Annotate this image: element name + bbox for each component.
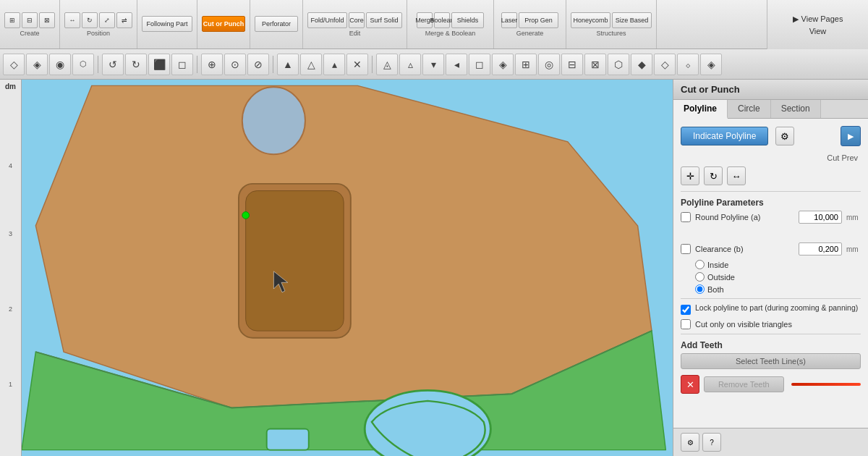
- icon-tool-13[interactable]: △: [300, 54, 322, 75]
- both-label: Both: [707, 285, 724, 294]
- round-polyline-input[interactable]: [799, 211, 842, 224]
- remove-teeth-button[interactable]: Remove Teeth: [704, 376, 784, 392]
- structures-group-label: Structures: [596, 30, 626, 37]
- outside-radio[interactable]: [695, 272, 705, 282]
- icon-tool-26[interactable]: ⬡: [608, 54, 629, 75]
- icon-tool-5[interactable]: ↺: [102, 54, 124, 75]
- cut-visible-checkbox[interactable]: [681, 319, 691, 329]
- icon-tool-19[interactable]: ◂: [446, 54, 467, 75]
- divider-1: [681, 191, 861, 192]
- shields-to-parts-button[interactable]: Shields: [451, 12, 484, 28]
- clearance-input[interactable]: [799, 242, 842, 256]
- boolean-button[interactable]: Boolean: [434, 12, 450, 28]
- icon-tool-18[interactable]: ▾: [422, 54, 444, 75]
- icon-tool-14[interactable]: ▴: [323, 54, 345, 75]
- view-pages-button[interactable]: ▶ View Pages: [793, 14, 843, 24]
- indicate-polyline-row: Indicate Polyline ⚙ ▶: [681, 126, 861, 146]
- icon-tool-30[interactable]: ◈: [700, 54, 722, 75]
- round-polyline-label: Round Polyline (a): [695, 213, 794, 221]
- tab-polyline[interactable]: Polyline: [673, 100, 728, 119]
- cut-punch-button[interactable]: Cut or Punch: [202, 16, 245, 32]
- icon-tool-20[interactable]: ◻: [469, 54, 490, 75]
- fold-unfold-button[interactable]: Fold/Unfold: [307, 12, 347, 28]
- icon-tool-11[interactable]: ⊘: [247, 54, 269, 75]
- footer-icon-1[interactable]: ⚙: [681, 433, 699, 452]
- icon-tool-4[interactable]: ⬡: [72, 54, 94, 75]
- icon-tool-15[interactable]: ✕: [346, 54, 368, 75]
- remove-teeth-icon-btn[interactable]: ✕: [681, 375, 699, 394]
- settings-icon-btn[interactable]: ⚙: [775, 127, 794, 145]
- surface-to-solid-button[interactable]: Surf Solid: [366, 12, 402, 28]
- icon-tool-27[interactable]: ◆: [631, 54, 652, 75]
- lock-polyline-row: Lock polyline to part (during zooming & …: [681, 303, 861, 315]
- icon-tool-12[interactable]: ▲: [277, 54, 299, 75]
- icon-tool-3[interactable]: ◉: [49, 54, 71, 75]
- icon-tool-24[interactable]: ⊟: [561, 54, 583, 75]
- play-button[interactable]: ▶: [841, 126, 861, 146]
- edit-group-label: Edit: [349, 30, 361, 37]
- icon-tool-23[interactable]: ◎: [538, 54, 560, 75]
- teeth-slider[interactable]: [791, 383, 861, 386]
- divider-3: [681, 334, 861, 334]
- indicate-polyline-button[interactable]: Indicate Polyline: [681, 127, 768, 145]
- honeycomb-button[interactable]: Honeycomb: [571, 12, 610, 28]
- laser-button[interactable]: Laser: [501, 12, 517, 28]
- icon-tool-6[interactable]: ↻: [125, 54, 147, 75]
- tab-circle[interactable]: Circle: [728, 100, 771, 118]
- lock-polyline-checkbox[interactable]: [681, 305, 691, 315]
- cut-visible-label: Cut only on visible triangles: [695, 320, 861, 329]
- icon-tool-22[interactable]: ⊞: [515, 54, 537, 75]
- icon-tool-2[interactable]: ◈: [26, 54, 48, 75]
- viewport[interactable]: dm 4 3 2 1: [0, 80, 673, 456]
- rescale-button[interactable]: ⤢: [99, 12, 115, 28]
- view-button[interactable]: View: [809, 27, 827, 35]
- select-teeth-button[interactable]: Select Teeth Line(s): [681, 353, 861, 369]
- size-based-button[interactable]: Size Based: [612, 12, 652, 28]
- core-button[interactable]: Core: [349, 12, 365, 28]
- icon-tool-16[interactable]: ◬: [376, 54, 398, 75]
- clearance-checkbox[interactable]: [681, 244, 691, 254]
- batch-duplicate-button[interactable]: ⊠: [39, 12, 55, 28]
- duplicate-button[interactable]: ⊟: [22, 12, 38, 28]
- mirror-button[interactable]: ⇌: [116, 12, 132, 28]
- icon-tool-10[interactable]: ⊙: [224, 54, 246, 75]
- panel-title: Cut or Punch: [673, 80, 868, 100]
- inside-radio[interactable]: [695, 260, 705, 269]
- perforator-button[interactable]: Perforator: [255, 16, 298, 32]
- icon-tool-7[interactable]: ⬛: [148, 54, 170, 75]
- footer-icon-2[interactable]: ?: [702, 433, 721, 452]
- cut-preview-label: Cut Prev: [827, 153, 858, 162]
- toolbar-group-merge: Merge Boolean Shields Merge & Boolean: [407, 0, 494, 48]
- inside-radio-row: Inside: [695, 260, 861, 269]
- icon-tool-28[interactable]: ◇: [654, 54, 676, 75]
- following-part-button[interactable]: Following Part: [142, 16, 192, 32]
- prop-generation-button[interactable]: Prop Gen: [519, 12, 558, 28]
- icon-tool-9[interactable]: ⊕: [201, 54, 223, 75]
- top-toolbar: ⊞ ⊟ ⊠ Create ↔ ↻ ⤢ ⇌ Position Following …: [0, 0, 868, 49]
- rotate-icon-btn[interactable]: ↻: [704, 166, 723, 185]
- move-icon-btn[interactable]: ✛: [681, 166, 699, 185]
- icon-tool-21[interactable]: ◈: [492, 54, 514, 75]
- svg-point-1: [242, 87, 305, 154]
- icon-tool-25[interactable]: ⊠: [584, 54, 606, 75]
- teeth-buttons-row: Select Teeth Line(s): [681, 353, 861, 369]
- icon-tool-17[interactable]: ▵: [399, 54, 421, 75]
- icon-tool-8[interactable]: ◻: [171, 54, 193, 75]
- view-label: View: [809, 27, 827, 35]
- translate-button[interactable]: ↔: [64, 12, 80, 28]
- both-radio[interactable]: [695, 284, 705, 294]
- tab-section[interactable]: Section: [771, 100, 821, 118]
- toolbar-group-following: Following Part: [137, 0, 197, 48]
- viewport-svg: [22, 80, 673, 456]
- toolbar-group-structures: Honeycomb Size Based Structures: [566, 0, 657, 48]
- clearance-label: Clearance (b): [695, 245, 794, 253]
- create-button[interactable]: ⊞: [4, 12, 20, 28]
- clearance-row: Clearance (b) mm: [681, 242, 861, 256]
- toolbar-group-create: ⊞ ⊟ ⊠ Create: [0, 0, 60, 48]
- round-polyline-checkbox[interactable]: [681, 212, 691, 222]
- icon-tool-29[interactable]: ⬦: [677, 54, 699, 75]
- scale-icon-btn[interactable]: ↔: [727, 166, 746, 185]
- rotate-button[interactable]: ↻: [82, 12, 98, 28]
- icon-tool-1[interactable]: ◇: [3, 54, 25, 75]
- merge-group-label: Merge & Boolean: [425, 30, 476, 37]
